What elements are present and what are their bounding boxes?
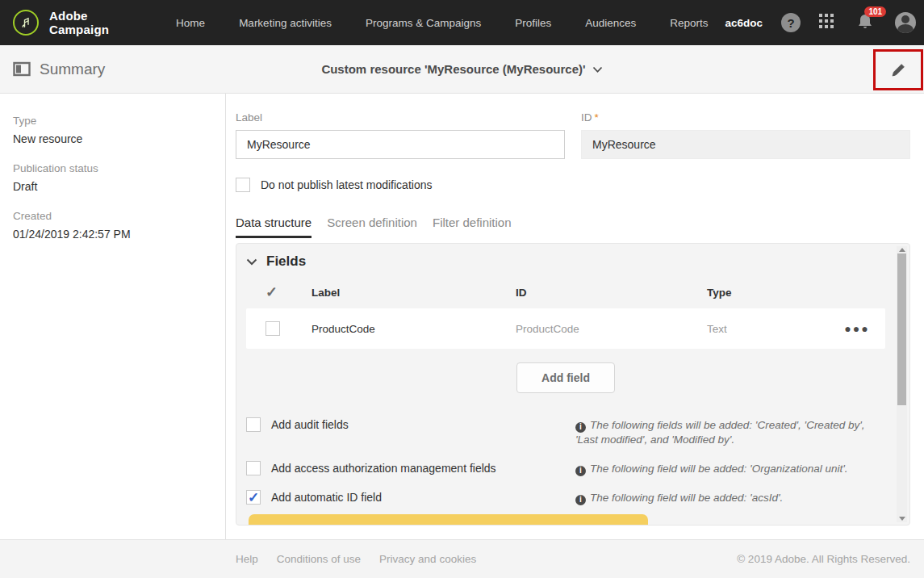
fields-table-header: ✓ Label ID Type [246,282,885,303]
nav-item-programs-campaigns[interactable]: Programs & Campaigns [349,17,498,29]
meta-type-value: New resource [13,132,212,145]
column-header-id: ID [516,287,707,299]
add-field-button[interactable]: Add field [516,362,615,393]
meta-created: Created 01/24/2019 2:42:57 PM [13,210,212,241]
scroll-up-arrow-icon[interactable] [897,246,907,253]
option-audit-left: Add audit fields [246,417,575,432]
option-automatic-id: Add automatic ID field iThe following fi… [246,490,885,505]
access-authorization-label: Add access authorization management fiel… [271,462,496,475]
brand-title: Adobe Campaign [49,9,109,36]
publish-checkbox-label: Do not publish latest modifications [261,178,432,191]
select-all-check-icon[interactable]: ✓ [246,283,311,301]
audit-fields-label: Add audit fields [271,418,349,431]
meta-created-value: 01/24/2019 2:42:57 PM [13,228,212,241]
option-automatic-id-left: Add automatic ID field [246,490,575,505]
main-nav: Home Marketing activities Programs & Cam… [159,17,725,29]
fields-section-header[interactable]: Fields [246,253,885,270]
notification-badge: 101 [864,6,886,17]
info-icon: i [575,466,586,476]
notifications-button[interactable]: 101 [855,12,876,33]
nav-item-marketing-activities[interactable]: Marketing activities [222,17,349,29]
option-access-authorization: Add access authorization management fiel… [246,461,885,476]
summary-sidebar: Type New resource Publication status Dra… [0,94,226,539]
app-switcher-icon[interactable] [819,14,837,31]
top-navbar: Adobe Campaign Home Marketing activities… [0,0,924,45]
copyright-text: © 2019 Adobe. All Rights Reserved. [737,553,910,565]
page-footer: Help Conditions of use Privacy and cooki… [0,539,924,578]
access-authorization-info: iThe following field will be added: 'Org… [575,461,885,476]
page-header: Summary Custom resource 'MyResource (MyR… [0,45,924,94]
field-row-label: ProductCode [311,323,516,335]
column-header-type: Type [707,287,829,299]
footer-link-privacy[interactable]: Privacy and cookies [379,553,476,565]
meta-type: Type New resource [13,115,212,145]
tab-screen-definition[interactable]: Screen definition [327,216,417,238]
panel-scrollbar[interactable] [897,246,907,522]
meta-publication-status-label: Publication status [13,162,212,174]
row-select-cell [246,321,311,336]
page-title: Summary [40,61,105,78]
scrollbar-thumb[interactable] [897,253,906,405]
info-icon: i [575,495,586,505]
field-row-id: ProductCode [516,323,707,335]
chevron-down-icon [592,62,603,76]
navbar-right: ac6doc ? 101 [725,12,917,33]
summary-heading: Summary [13,61,105,78]
tab-filter-definition[interactable]: Filter definition [433,216,512,238]
info-icon: i [575,422,586,433]
footer-link-help[interactable]: Help [236,553,258,565]
username-label[interactable]: ac6doc [725,17,763,29]
adobe-campaign-logo-icon[interactable] [13,10,39,36]
resource-selector-label: Custom resource 'MyResource (MyResource)… [321,62,585,76]
id-field-label: ID* [581,111,910,124]
row-actions-menu-icon[interactable]: ●●● [829,322,885,335]
help-icon[interactable]: ? [781,13,801,32]
summary-panel-icon [13,61,31,77]
edit-pencil-button[interactable] [889,61,907,79]
nav-item-home[interactable]: Home [159,17,222,29]
id-field-group: ID* [581,111,910,159]
automatic-id-label: Add automatic ID field [271,491,382,504]
row-checkbox[interactable] [265,321,280,336]
nav-item-audiences[interactable]: Audiences [568,17,653,29]
add-field-container: Add field [246,362,885,393]
audit-fields-checkbox[interactable] [246,417,261,432]
publish-checkbox[interactable] [236,178,250,192]
footer-link-conditions[interactable]: Conditions of use [277,553,361,565]
label-id-row: Label ID* [236,111,910,159]
fields-title: Fields [266,253,306,270]
resource-form: Label ID* Do not publish latest modifica… [226,94,924,539]
field-options: Add audit fields iThe following fields w… [246,417,885,505]
id-input [581,130,910,159]
meta-created-label: Created [13,210,212,222]
audit-fields-info: iThe following fields will be added: 'Cr… [575,417,885,447]
data-structure-panel: Fields ✓ Label ID Type ProductCode [236,243,910,526]
definition-tabs: Data structure Screen definition Filter … [236,216,910,238]
collapse-chevron-icon [246,258,257,266]
access-authorization-checkbox[interactable] [246,461,261,475]
content-area: Type New resource Publication status Dra… [0,94,924,539]
resource-selector-dropdown[interactable]: Custom resource 'MyResource (MyResource)… [0,62,924,76]
meta-publication-status: Publication status Draft [13,162,212,193]
option-access-left: Add access authorization management fiel… [246,461,575,475]
required-asterisk: * [595,111,599,124]
fields-section: Fields ✓ Label ID Type ProductCode [236,244,909,505]
column-header-label: Label [311,287,516,299]
label-field-label: Label [236,111,565,124]
tab-data-structure[interactable]: Data structure [236,216,311,238]
meta-publication-status-value: Draft [13,180,212,193]
nav-item-profiles[interactable]: Profiles [498,17,568,29]
field-row-productcode[interactable]: ProductCode ProductCode Text ●●● [246,308,885,349]
automatic-id-checkbox[interactable] [246,490,261,505]
nav-item-reports[interactable]: Reports [653,17,725,29]
edit-annotation-highlight [873,49,923,90]
adobe-campaign-app: Adobe Campaign Home Marketing activities… [0,0,924,578]
label-field-group: Label [236,111,565,159]
publish-checkbox-row: Do not publish latest modifications [236,178,910,192]
option-audit-fields: Add audit fields iThe following fields w… [246,417,885,447]
footer-links: Help Conditions of use Privacy and cooki… [236,553,476,565]
automatic-id-info: iThe following field will be added: 'acs… [575,490,885,505]
label-input[interactable] [236,130,565,159]
user-avatar[interactable] [895,12,916,33]
scroll-down-arrow-icon[interactable] [897,515,907,522]
